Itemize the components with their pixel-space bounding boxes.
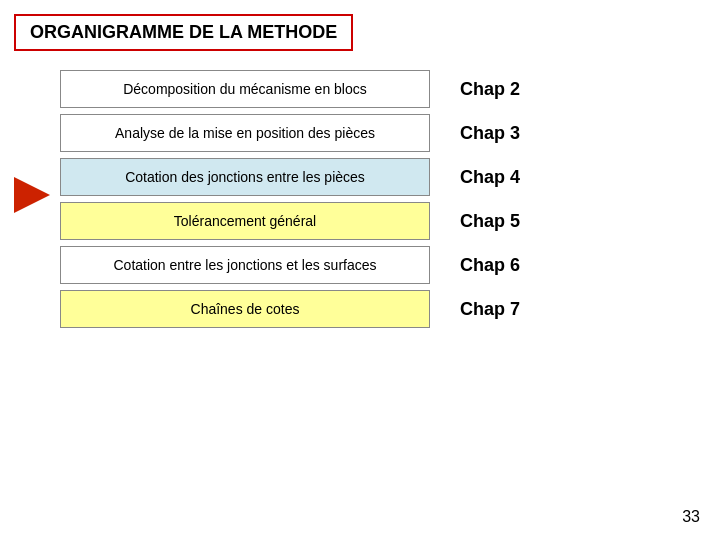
diagram-row: Chaînes de cotesChap 7 — [60, 290, 680, 328]
chap-label: Chap 2 — [460, 79, 540, 100]
diagram-box: Décomposition du mécanisme en blocs — [60, 70, 430, 108]
diagram-box: Analyse de la mise en position des pièce… — [60, 114, 430, 152]
main-container: Décomposition du mécanisme en blocsChap … — [60, 70, 680, 334]
diagram-row: Cotation des jonctions entre les piècesC… — [60, 158, 680, 196]
diagram-box: Tolérancement général — [60, 202, 430, 240]
diagram-row: Tolérancement généralChap 5 — [60, 202, 680, 240]
chap-label: Chap 6 — [460, 255, 540, 276]
diagram-row: Décomposition du mécanisme en blocsChap … — [60, 70, 680, 108]
page-title: ORGANIGRAMME DE LA METHODE — [14, 14, 353, 51]
diagram-row: Cotation entre les jonctions et les surf… — [60, 246, 680, 284]
page-number: 33 — [682, 508, 700, 526]
chap-label: Chap 3 — [460, 123, 540, 144]
chap-label: Chap 7 — [460, 299, 540, 320]
diagram-box: Cotation des jonctions entre les pièces — [60, 158, 430, 196]
chap-label: Chap 4 — [460, 167, 540, 188]
diagram-box: Cotation entre les jonctions et les surf… — [60, 246, 430, 284]
diagram-box: Chaînes de cotes — [60, 290, 430, 328]
diagram-row: Analyse de la mise en position des pièce… — [60, 114, 680, 152]
chap-label: Chap 5 — [460, 211, 540, 232]
